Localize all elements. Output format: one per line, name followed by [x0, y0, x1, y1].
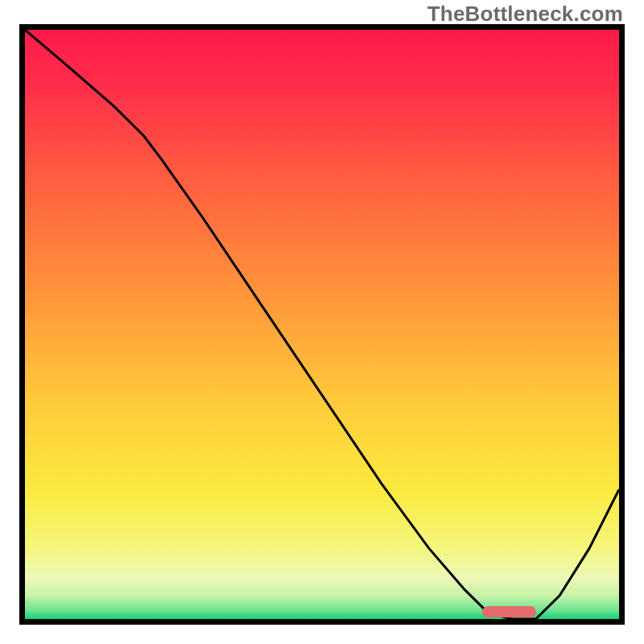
bottleneck-curve: [25, 30, 619, 619]
watermark-text: TheBottleneck.com: [427, 2, 623, 27]
optimal-range-marker: [482, 606, 535, 617]
chart-area: [19, 24, 625, 625]
